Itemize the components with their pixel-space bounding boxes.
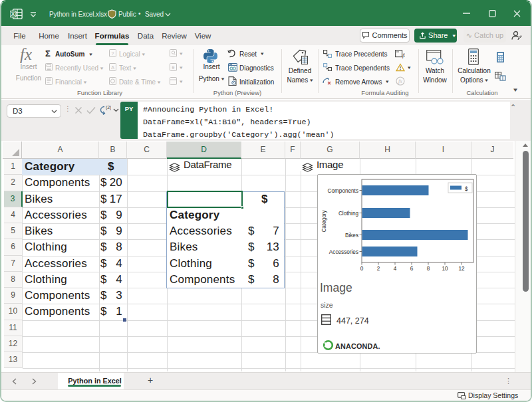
svg-text:2: 2: [377, 266, 380, 272]
svg-text:0: 0: [360, 266, 364, 272]
svg-text:10: 10: [442, 266, 448, 272]
svg-text:Accessories: Accessories: [329, 249, 358, 255]
svg-text:?: ?: [112, 51, 114, 56]
svg-text:fx: fx: [398, 78, 402, 84]
svg-text:Components: Components: [328, 188, 358, 194]
svg-text:Bikes: Bikes: [345, 233, 358, 239]
svg-text:fx: fx: [402, 52, 405, 58]
svg-text:6: 6: [410, 266, 414, 272]
svg-text:8: 8: [427, 266, 430, 272]
svg-text:X: X: [11, 11, 15, 17]
svg-text:4: 4: [394, 266, 397, 272]
svg-text:(2): (2): [106, 105, 111, 110]
svg-text:12: 12: [458, 266, 465, 272]
svg-text:Category: Category: [321, 209, 327, 232]
svg-text:θ: θ: [172, 65, 175, 70]
svg-text:A: A: [111, 65, 114, 70]
svg-text:Clothing: Clothing: [338, 211, 358, 217]
svg-text:$: $: [465, 186, 468, 192]
